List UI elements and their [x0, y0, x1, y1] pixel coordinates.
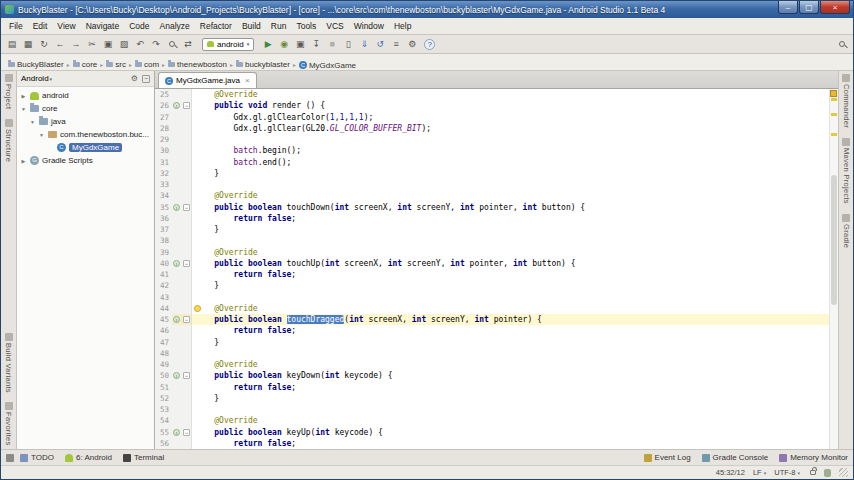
tool-tab-project[interactable]: Project: [4, 74, 13, 109]
attach-debugger-icon[interactable]: ↧: [309, 37, 323, 51]
caret-position-widget[interactable]: 45:32/12: [716, 468, 745, 477]
sync-icon[interactable]: ↻: [37, 37, 51, 51]
copy-icon[interactable]: ▣: [101, 37, 115, 51]
fold-icon[interactable]: −: [183, 372, 190, 379]
coverage-icon[interactable]: ▣: [293, 37, 307, 51]
minimize-button[interactable]: –: [778, 1, 798, 14]
menu-item-build[interactable]: Build: [237, 21, 266, 31]
menu-item-file[interactable]: File: [4, 21, 28, 31]
code-line[interactable]: 44 @Override: [155, 303, 829, 314]
tree-item-com-thenewboston-buc[interactable]: ▼com.thenewboston.buc...: [17, 128, 154, 141]
settings-icon[interactable]: ⚙: [405, 37, 419, 51]
breadcrumb-item-buckyblaster[interactable]: BuckyBlaster: [8, 60, 64, 69]
overrides-marker-icon[interactable]: ↑: [173, 429, 180, 436]
code-line[interactable]: 26↑− public void render () {: [155, 100, 829, 111]
tab-mygdxgame-java[interactable]: MyGdxGame.java ×: [158, 72, 257, 88]
menu-item-run[interactable]: Run: [266, 21, 292, 31]
stop-icon[interactable]: ■: [325, 37, 339, 51]
tool-tab-structure[interactable]: Structure: [4, 119, 13, 162]
code-line[interactable]: 42 }: [155, 280, 829, 291]
resize-grip[interactable]: [839, 468, 848, 477]
breadcrumb-item-thenewboston[interactable]: thenewboston: [168, 60, 227, 69]
code-line[interactable]: 56 return false;: [155, 438, 829, 449]
intention-bulb-icon[interactable]: [194, 305, 201, 312]
fold-icon[interactable]: −: [183, 260, 190, 267]
find-icon[interactable]: [165, 37, 179, 51]
redo-icon[interactable]: ↷: [149, 37, 163, 51]
close-button[interactable]: ×: [820, 1, 850, 14]
toolwindow-switcher-icon[interactable]: [6, 454, 14, 462]
menu-item-code[interactable]: Code: [124, 21, 154, 31]
breadcrumb-item-core[interactable]: core: [73, 60, 98, 69]
overrides-marker-icon[interactable]: ↑: [173, 316, 180, 323]
run-config-select[interactable]: android ▾: [202, 38, 254, 51]
code-line[interactable]: 45↑− public boolean touchDragged(int scr…: [155, 314, 829, 325]
undo-icon[interactable]: ↶: [133, 37, 147, 51]
code-line[interactable]: 43: [155, 292, 829, 303]
inspections-profile-icon[interactable]: [824, 469, 831, 477]
code-line[interactable]: 49 @Override: [155, 359, 829, 370]
view-options-icon[interactable]: ⚙: [131, 74, 138, 83]
tree-item-mygdxgame[interactable]: MyGdxGame: [17, 141, 154, 154]
warning-stripe-mark[interactable]: [831, 133, 837, 136]
code-line[interactable]: 51 return false;: [155, 382, 829, 393]
tool-tab-favorites[interactable]: Favorites: [4, 402, 13, 446]
code-line[interactable]: 27 Gdx.gl.glClearColor(1,1,1,1);: [155, 112, 829, 123]
menu-item-help[interactable]: Help: [389, 21, 416, 31]
tool-tab-6-android[interactable]: 6: Android: [65, 453, 112, 462]
breadcrumb-item-src[interactable]: src: [106, 60, 126, 69]
code-line[interactable]: 46 return false;: [155, 325, 829, 336]
code-line[interactable]: 36 return false;: [155, 213, 829, 224]
fold-icon[interactable]: −: [183, 102, 190, 109]
sdk-manager-icon[interactable]: ⇓: [357, 37, 371, 51]
overrides-marker-icon[interactable]: ↑: [173, 372, 180, 379]
tool-tab-maven-projects[interactable]: Maven Projects: [842, 138, 851, 204]
tool-tab-commander[interactable]: Commander: [842, 74, 851, 128]
gradle-sync-icon[interactable]: ↺: [373, 37, 387, 51]
replace-icon[interactable]: ⇄: [181, 37, 195, 51]
tool-tab-event-log[interactable]: Event Log: [644, 453, 691, 462]
code-editor[interactable]: 25 @Override26↑− public void render () {…: [155, 89, 838, 449]
code-line[interactable]: 48: [155, 348, 829, 359]
back-icon[interactable]: ←: [53, 37, 67, 51]
maximize-button[interactable]: ▢: [799, 1, 819, 14]
code-line[interactable]: 31 batch.end();: [155, 157, 829, 168]
code-line[interactable]: 40↑− public boolean touchUp(int screenX,…: [155, 258, 829, 269]
breadcrumb-item-mygdxgame[interactable]: MyGdxGame: [299, 61, 356, 70]
menu-item-edit[interactable]: Edit: [28, 21, 53, 31]
code-line[interactable]: 53: [155, 404, 829, 415]
code-line[interactable]: 34 @Override: [155, 190, 829, 201]
forward-icon[interactable]: →: [69, 37, 83, 51]
code-line[interactable]: 35↑− public boolean touchDown(int screen…: [155, 202, 829, 213]
code-line[interactable]: 37 }: [155, 224, 829, 235]
menu-item-navigate[interactable]: Navigate: [81, 21, 125, 31]
code-line[interactable]: 47 }: [155, 337, 829, 348]
title-bar[interactable]: BuckyBlaster - [C:\Users\Bucky\Desktop\A…: [1, 1, 853, 18]
chevron-right-icon[interactable]: ▶: [20, 93, 27, 99]
menu-item-analyze[interactable]: Analyze: [155, 21, 195, 31]
help-icon[interactable]: ?: [424, 39, 435, 50]
close-tab-icon[interactable]: ×: [245, 76, 250, 85]
menu-item-window[interactable]: Window: [349, 21, 389, 31]
encoding-widget[interactable]: UTF-8 ▾: [774, 468, 800, 477]
menu-item-view[interactable]: View: [52, 21, 80, 31]
chevron-down-icon[interactable]: ▼: [38, 132, 45, 138]
code-line[interactable]: 38: [155, 235, 829, 246]
code-line[interactable]: 29: [155, 134, 829, 145]
tree-item-android[interactable]: ▶android: [17, 89, 154, 102]
chevron-down-icon[interactable]: ▼: [20, 106, 27, 112]
code-line[interactable]: 50↑− public boolean keyDown(int keycode)…: [155, 370, 829, 381]
cut-icon[interactable]: ✂: [85, 37, 99, 51]
chevron-right-icon[interactable]: ▶: [20, 158, 27, 164]
inspection-status-icon[interactable]: [830, 90, 837, 97]
project-structure-icon[interactable]: ≡: [389, 37, 403, 51]
lock-icon[interactable]: [810, 470, 816, 475]
overrides-marker-icon[interactable]: ↑: [173, 204, 180, 211]
overrides-marker-icon[interactable]: ↑: [173, 102, 180, 109]
tree-item-java[interactable]: ▼java: [17, 115, 154, 128]
code-line[interactable]: 25 @Override: [155, 89, 829, 100]
code-line[interactable]: 52 }: [155, 393, 829, 404]
chevron-down-icon[interactable]: ▼: [29, 119, 36, 125]
code-line[interactable]: 41 return false;: [155, 269, 829, 280]
tool-tab-todo[interactable]: TODO: [20, 453, 54, 462]
